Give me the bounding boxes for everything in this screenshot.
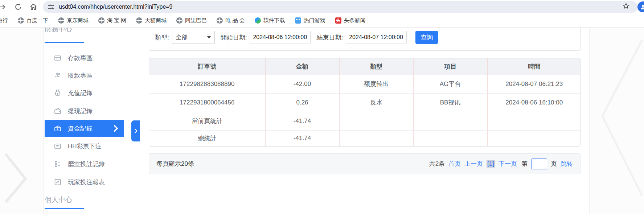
url-bar[interactable]: usdt04.com/hhcp/usercenter.html?iniType=…: [43, 1, 638, 13]
bookmark-label: 旅行: [0, 17, 8, 23]
column-header-item: 項目: [413, 58, 487, 75]
bookmark-item[interactable]: 阿里巴巴: [176, 17, 207, 24]
deposit-card-icon: [54, 54, 61, 62]
table-row-grand-total: 總統計 -41.74: [149, 130, 581, 146]
hall-list-icon: [54, 160, 61, 168]
cell-item: AG平台: [413, 75, 487, 93]
person-icon: [640, 4, 644, 10]
bookmark-item[interactable]: 头头条新闻: [335, 17, 366, 24]
jump-page-input[interactable]: [531, 159, 547, 169]
bookmark-label: 天猫商城: [145, 17, 167, 24]
sidebar-item-funds-records[interactable]: 資金記錄: [45, 120, 124, 137]
cell-amount: -41.74: [265, 130, 339, 146]
bookmark-item[interactable]: 软件下载: [255, 17, 285, 24]
browser-toolbar: usdt04.com/hhcp/usercenter.html?iniType=…: [0, 0, 644, 14]
pagination-bar: 每頁顯示20條 共2条 首页 上一页 [1] 下一页 第 页 跳转: [149, 153, 581, 174]
filter-bar: 類型: 全部 開始日期: 結束日期: 查詢: [149, 24, 581, 51]
sidebar-item-label: 廳室投註記錄: [68, 160, 105, 168]
cell-type: 反水: [339, 93, 413, 112]
end-date-input[interactable]: [346, 31, 407, 44]
bookmark-label: 软件下载: [263, 17, 285, 24]
globe-icon: [98, 17, 104, 24]
bookmark-item[interactable]: 天猫商城: [136, 17, 167, 24]
sidebar-item-label: 提現記錄: [68, 107, 93, 115]
sidebar-item-label: HH彩票下注: [68, 142, 102, 151]
page-size-text: 每頁顯示20條: [156, 160, 194, 168]
url-text[interactable]: usdt04.com/hhcp/usercenter.html?iniType=…: [59, 4, 173, 10]
bookmark-item[interactable]: 淘 宝 网: [98, 17, 126, 24]
cell-order-no: 1722931800064456: [149, 93, 265, 112]
ticket-list-icon: [54, 143, 61, 150]
cell-order-no: 1722982883088890: [149, 75, 265, 93]
sidebar-item-player-bet-report[interactable]: 玩家投注報表: [45, 173, 124, 191]
forward-icon[interactable]: [0, 3, 7, 11]
first-page-link[interactable]: 首页: [448, 160, 461, 168]
site-settings-icon[interactable]: [48, 4, 54, 10]
toutiao-icon: 头: [335, 17, 341, 24]
bookmark-item[interactable]: 唯 品 会: [217, 17, 245, 24]
start-date-label: 開始日期:: [221, 33, 247, 42]
funds-wallet-icon: [54, 125, 61, 132]
sidebar-item-label: 充值記錄: [68, 89, 93, 97]
table-header-row: 訂單號 金額 類型 項目 時間: [149, 58, 581, 75]
globe-icon: [18, 17, 24, 24]
sidebar-item-label: 資金記錄: [68, 124, 93, 133]
section-underline: [45, 42, 129, 43]
section-underline: [45, 208, 129, 209]
start-date-input[interactable]: [250, 31, 311, 44]
bookmark-item[interactable]: 旅行: [0, 17, 8, 24]
type-select[interactable]: 全部: [172, 31, 215, 44]
profile-avatar[interactable]: [637, 1, 644, 12]
game-icon: [295, 17, 301, 24]
globe-icon: [217, 17, 223, 24]
wallet-icon: [54, 107, 61, 115]
cell-label: 當前頁統計: [149, 112, 265, 130]
bookmark-label: 京东商城: [67, 17, 89, 24]
column-header-order-no: 訂單號: [149, 58, 265, 75]
jump-suffix-label: 页: [551, 160, 557, 168]
bookmark-item[interactable]: 京东商城: [58, 17, 89, 24]
sidebar-item-deposit-zone[interactable]: 存款專區: [45, 49, 124, 67]
sidebar-item-hall-bet-records[interactable]: 廳室投註記錄: [45, 155, 124, 173]
reload-icon[interactable]: [14, 3, 22, 11]
table-row: 1722982883088890 -42.00 额度转出 AG平台 2024-0…: [149, 75, 581, 93]
cell-amount: -41.74: [265, 112, 339, 130]
bookmark-item[interactable]: 百度一下: [18, 17, 48, 24]
sidebar-item-recharge-records[interactable]: 充值記錄: [45, 84, 124, 102]
globe-icon: [176, 17, 182, 24]
moneybag-icon: [54, 89, 61, 96]
bookmark-label: 淘 宝 网: [107, 17, 126, 24]
type-select-value: 全部: [176, 34, 188, 41]
funds-records-table: 訂單號 金額 類型 項目 時間 1722982883088890 -42.00 …: [149, 58, 581, 147]
jump-button[interactable]: 跳转: [561, 160, 573, 168]
column-header-time: 時間: [487, 58, 581, 75]
sidebar-item-hh-lottery-bets[interactable]: HH彩票下注: [45, 137, 124, 155]
cell-time: 2024-08-07 06:21:23: [487, 75, 581, 93]
search-button[interactable]: 查詢: [415, 31, 438, 44]
cell-amount: -42.00: [265, 75, 339, 93]
next-page-link[interactable]: 下一页: [499, 160, 517, 168]
sidebar-item-withdrawal-records[interactable]: 提現記錄: [45, 102, 124, 120]
cell-time: 2024-08-06 16:10:00: [487, 93, 581, 112]
type-label: 類型:: [155, 33, 169, 42]
cell-label: 總統計: [149, 130, 265, 146]
sidebar-item-withdraw-zone[interactable]: 取款專區: [45, 67, 124, 84]
home-icon[interactable]: [29, 3, 38, 11]
bookmark-item[interactable]: 热门游戏: [295, 17, 325, 24]
chevron-right-icon: [112, 125, 119, 132]
bookmark-label: 热门游戏: [304, 17, 325, 24]
total-count-text: 共2条: [429, 160, 445, 168]
bookmark-label: 阿里巴巴: [185, 17, 207, 24]
sidebar-item-label: 取款專區: [68, 71, 93, 80]
bookmark-star-icon[interactable]: [623, 3, 629, 9]
sidebar-collapse-handle[interactable]: [131, 120, 140, 141]
current-page-indicator: [1]: [487, 160, 495, 168]
jump-prefix-label: 第: [521, 160, 528, 168]
prev-page-link[interactable]: 上一页: [464, 160, 483, 168]
sidebar-item-label: 存款專區: [68, 54, 93, 62]
table-row-page-total: 當前頁統計 -41.74: [149, 112, 581, 130]
globe-icon: [136, 17, 142, 24]
bookmark-label: 百度一下: [26, 17, 48, 24]
sidebar-section-personal: 個人中心: [45, 195, 128, 204]
chevron-right-icon: [134, 128, 138, 133]
